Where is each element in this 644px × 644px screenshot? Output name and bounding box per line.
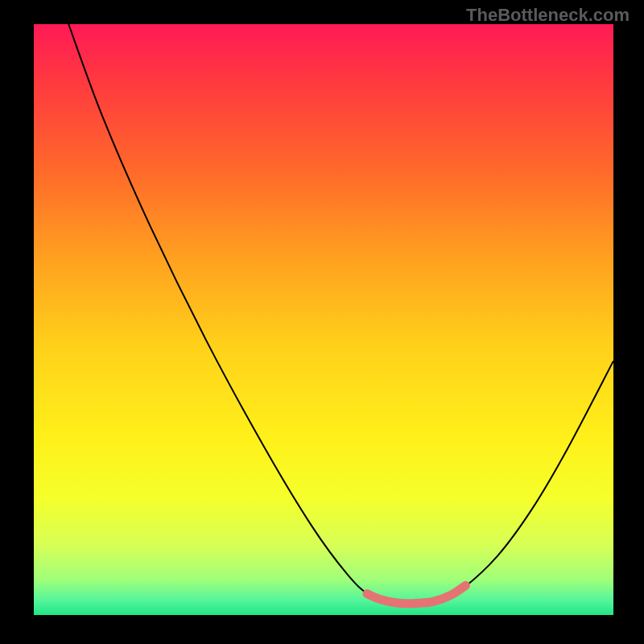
chart-container: TheBottleneck.com <box>0 0 644 644</box>
chart-svg <box>34 24 613 615</box>
plot-area <box>34 24 613 615</box>
watermark-text: TheBottleneck.com <box>466 5 630 26</box>
gradient-background <box>34 24 613 615</box>
